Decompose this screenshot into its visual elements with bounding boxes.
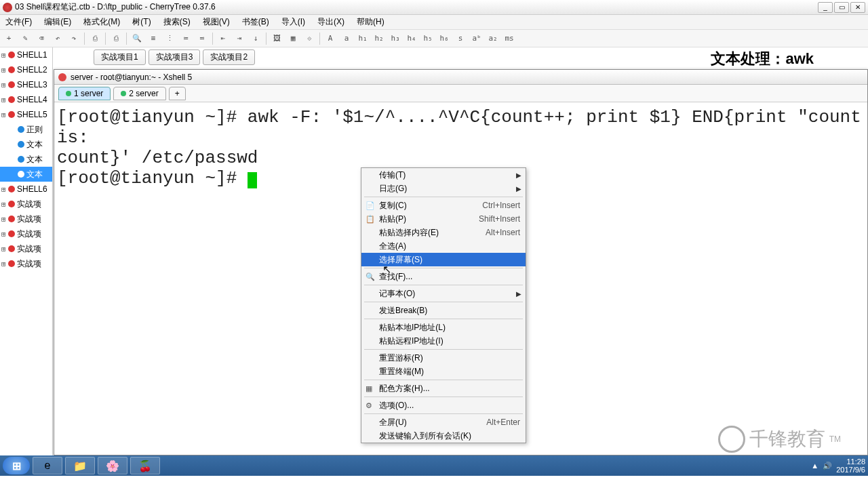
context-menu-item[interactable]: 粘贴远程IP地址(I) [361,334,526,348]
tree-item[interactable]: ⊞SHELL1 [0,47,52,62]
tree-item[interactable]: 文本 [0,137,52,152]
toolbar-button[interactable]: ms [503,33,515,45]
tray-network-icon[interactable]: 🔊 [823,462,832,470]
expand-icon[interactable]: ⊞ [1,96,8,104]
menu-item[interactable]: 导出(X) [315,15,347,29]
toolbar-button[interactable]: 🖼 [271,33,283,45]
terminal-context-menu[interactable]: 传输(T)▶日志(G)▶📄复制(C)Ctrl+Insert📋粘贴(P)Shift… [361,167,526,443]
tree-item[interactable]: ⊞SHELL3 [0,77,52,92]
context-menu-item[interactable]: 📋粘贴(P)Shift+Insert [361,212,526,226]
context-menu-item[interactable]: 重置游标(R) [361,351,526,365]
toolbar-button[interactable]: ↶ [52,33,64,45]
toolbar-button[interactable]: h₂ [373,33,385,45]
toolbar-button[interactable]: ↷ [68,33,80,45]
tree-item[interactable]: 文本 [0,167,52,182]
context-menu-item[interactable]: 记事本(O)▶ [361,287,526,300]
context-menu-item[interactable]: 重置终端(M) [361,365,526,378]
toolbar-button[interactable]: h₆ [438,33,450,45]
toolbar-button[interactable]: ⎙ [89,33,101,45]
toolbar-button[interactable]: ≔ [180,33,192,45]
context-menu-item[interactable]: 📄复制(C)Ctrl+Insert [361,199,526,212]
tree-item[interactable]: ⊞实战项 [0,197,52,211]
context-menu-item[interactable]: 发送Break(B) [361,304,526,317]
tray-flag-icon[interactable]: ▲ [811,462,818,470]
expand-icon[interactable]: ⊞ [1,185,8,194]
expand-icon[interactable]: ⊞ [1,66,8,75]
toolbar-button[interactable]: 🔍 [131,33,143,45]
menu-item[interactable]: 搜索(S) [161,15,193,29]
toolbar-button[interactable]: ⇤ [217,33,229,45]
menu-item[interactable]: 编辑(E) [41,15,74,29]
toolbar-button[interactable]: ⌫ [35,33,47,45]
toolbar-button[interactable]: h₁ [357,33,369,45]
toolbar-button[interactable]: + [3,33,15,45]
toolbar-button[interactable]: ✎ [19,33,31,45]
tree-sidebar[interactable]: ⊞SHELL1⊞SHELL2⊞SHELL3⊞SHELL4⊞SHELL5正则文本文… [0,47,53,455]
page-tab[interactable]: 实战项目2 [203,49,255,65]
tree-item[interactable]: ⊞SHELL4 [0,92,52,107]
minimize-button[interactable]: _ [818,2,833,13]
expand-icon[interactable]: ⊞ [1,245,8,253]
toolbar-button[interactable]: A [324,33,336,45]
tree-item[interactable]: ⊞实战项 [0,226,52,241]
toolbar-button[interactable]: a [340,33,353,45]
menu-item[interactable]: 文件(F) [3,15,35,29]
toolbar-button[interactable]: aᵇ [471,33,483,45]
context-menu-item[interactable]: 发送键输入到所有会话(K) [361,429,526,443]
toolbar-button[interactable]: s [454,33,467,45]
expand-icon[interactable]: ⊞ [1,260,8,268]
expand-icon[interactable]: ⊞ [1,81,8,89]
toolbar-button[interactable]: ▦ [287,33,299,45]
xshell-tab[interactable]: 2 server [113,87,165,100]
menu-item[interactable]: 导入(I) [279,15,308,29]
expand-icon[interactable]: ⊞ [1,110,8,119]
menu-item[interactable]: 视图(V) [200,15,233,29]
toolbar-button[interactable]: h₃ [389,33,401,45]
xshell-tab[interactable]: 1 server [58,87,111,100]
taskbar-cherrytree[interactable]: 🍒 [130,457,160,474]
tree-item[interactable]: ⊞实战项 [0,256,52,271]
toolbar-button[interactable]: h₅ [422,33,434,45]
tree-item[interactable]: 正则 [0,122,52,137]
tree-item[interactable]: ⊞SHELL2 [0,62,52,77]
taskbar-app1[interactable]: 🌸 [98,457,127,474]
toolbar-button[interactable]: ⎙ [110,33,122,45]
toolbar-button[interactable]: h₄ [406,33,418,45]
page-tab[interactable]: 实战项目1 [94,49,146,65]
context-menu-item[interactable]: ▦配色方案(H)... [361,382,526,395]
menu-item[interactable]: 书签(B) [239,15,272,29]
tree-item[interactable]: ⊞实战项 [0,241,52,256]
menu-item[interactable]: 树(T) [130,15,153,29]
toolbar-button[interactable]: ⇥ [233,33,245,45]
maximize-button[interactable]: ▭ [834,2,849,13]
expand-icon[interactable]: ⊞ [1,51,8,60]
toolbar-button[interactable]: ≡ [147,33,159,45]
toolbar-button[interactable]: ⋮ [163,33,176,45]
new-tab-button[interactable]: + [169,87,186,100]
taskbar-explorer[interactable]: 📁 [65,457,95,474]
context-menu-item[interactable]: 传输(T)▶ [361,168,526,182]
context-menu-item[interactable]: 全屏(U)Alt+Enter [361,415,526,429]
toolbar-button[interactable]: a₂ [487,33,499,45]
start-button[interactable]: ⊞ [3,457,30,474]
context-menu-item[interactable]: 全选(A) [361,239,526,253]
menu-item[interactable]: 格式化(M) [81,15,123,29]
context-menu-item[interactable]: 🔍查找(F)... [361,270,526,283]
context-menu-item[interactable]: 粘贴选择内容(E)Alt+Insert [361,226,526,239]
page-tab[interactable]: 实战项目3 [149,49,201,65]
menu-item[interactable]: 帮助(H) [354,15,387,29]
context-menu-item[interactable]: ⚙选项(O)... [361,399,526,412]
tree-item[interactable]: ⊞实战项 [0,211,52,226]
tree-item[interactable]: ⊞SHELL6 [0,182,52,197]
context-menu-item[interactable]: 粘贴本地IP地址(L) [361,321,526,334]
expand-icon[interactable]: ⊞ [1,200,8,209]
context-menu-item[interactable]: 选择屏幕(S) [361,253,526,266]
tree-item[interactable]: ⊞SHELL5 [0,107,52,122]
expand-icon[interactable]: ⊞ [1,230,8,239]
tray-clock[interactable]: 11:28 2017/9/6 [836,458,865,474]
toolbar-button[interactable]: ↓ [250,33,262,45]
system-tray[interactable]: ▲ 🔊 11:28 2017/9/6 [811,458,865,474]
toolbar-button[interactable]: ≕ [196,33,208,45]
toolbar-button[interactable]: ⟐ [303,33,315,45]
taskbar-ie[interactable]: e [33,457,62,474]
